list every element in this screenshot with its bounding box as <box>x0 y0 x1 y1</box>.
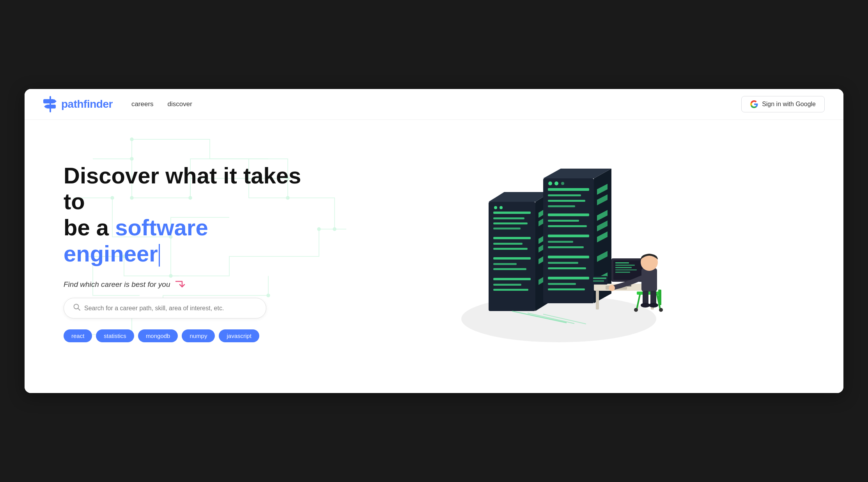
svg-rect-37 <box>493 289 528 291</box>
svg-rect-79 <box>596 290 599 309</box>
svg-rect-26 <box>493 217 524 219</box>
svg-rect-83 <box>615 262 629 263</box>
svg-point-5 <box>130 157 133 160</box>
svg-rect-103 <box>643 291 648 304</box>
svg-point-67 <box>561 182 564 185</box>
svg-rect-85 <box>615 267 632 268</box>
find-label-text: Find which career is best for you <box>64 280 170 289</box>
svg-rect-50 <box>548 194 581 196</box>
svg-point-98 <box>634 308 638 312</box>
svg-rect-56 <box>548 235 589 237</box>
svg-point-105 <box>641 303 650 308</box>
svg-rect-51 <box>548 200 585 202</box>
svg-rect-31 <box>493 248 528 250</box>
logo-icon <box>43 96 57 112</box>
svg-rect-30 <box>493 243 523 245</box>
tags-container: react statistics mongodb numpy javascrip… <box>64 329 305 342</box>
svg-rect-32 <box>493 257 531 260</box>
svg-rect-36 <box>493 284 521 286</box>
tag-statistics[interactable]: statistics <box>96 329 134 342</box>
svg-rect-58 <box>548 246 584 248</box>
find-career-label: Find which career is best for you <box>64 279 305 290</box>
svg-rect-3 <box>46 105 56 108</box>
nav-right: Sign in with Google <box>741 96 825 112</box>
svg-rect-87 <box>615 272 630 273</box>
nav-links: careers discover <box>131 100 192 108</box>
nav-link-discover[interactable]: discover <box>168 100 192 108</box>
cursor-blink <box>159 244 160 267</box>
svg-marker-4 <box>44 105 46 108</box>
svg-rect-55 <box>548 225 587 227</box>
svg-rect-104 <box>650 291 656 304</box>
svg-rect-52 <box>548 205 575 207</box>
heading-line1: Discover what it takes to <box>64 163 301 214</box>
svg-rect-33 <box>493 263 517 265</box>
svg-rect-59 <box>548 256 589 258</box>
nav-link-careers[interactable]: careers <box>131 100 154 108</box>
svg-rect-34 <box>493 268 526 270</box>
svg-rect-60 <box>548 262 578 264</box>
hero-right <box>305 155 812 350</box>
svg-point-66 <box>554 181 558 185</box>
svg-point-38 <box>494 206 497 209</box>
svg-rect-93 <box>593 280 604 282</box>
svg-point-14 <box>130 138 133 141</box>
svg-point-39 <box>500 206 503 209</box>
search-icon <box>73 304 80 313</box>
svg-rect-27 <box>493 222 528 224</box>
tag-mongodb[interactable]: mongodb <box>138 329 178 342</box>
search-box[interactable] <box>64 298 266 318</box>
svg-point-106 <box>649 303 658 308</box>
svg-line-20 <box>78 308 80 310</box>
tag-javascript[interactable]: javascript <box>219 329 259 342</box>
svg-rect-84 <box>615 265 635 266</box>
server-illustration <box>450 155 668 350</box>
svg-rect-35 <box>493 278 531 280</box>
svg-marker-2 <box>54 99 57 103</box>
heading-be-a: be a <box>64 215 115 240</box>
svg-point-99 <box>659 308 663 312</box>
google-signin-button[interactable]: Sign in with Google <box>741 96 825 112</box>
svg-rect-64 <box>548 288 585 290</box>
heading-line2: be a software engineer <box>64 215 208 266</box>
svg-rect-54 <box>548 220 579 222</box>
tag-react[interactable]: react <box>64 329 92 342</box>
svg-rect-100 <box>641 268 657 292</box>
svg-rect-86 <box>615 269 637 270</box>
arrow-down-icon <box>174 279 185 290</box>
svg-rect-53 <box>548 213 589 216</box>
browser-frame: pathfinder careers discover Sign in with… <box>25 89 843 393</box>
navbar: pathfinder careers discover Sign in with… <box>25 89 843 120</box>
svg-rect-1 <box>43 99 54 103</box>
hero-heading: Discover what it takes to be a software … <box>64 163 305 267</box>
tag-numpy[interactable]: numpy <box>182 329 215 342</box>
svg-rect-62 <box>548 277 589 279</box>
svg-rect-49 <box>548 188 589 191</box>
google-g-icon <box>750 100 758 108</box>
google-signin-label: Sign in with Google <box>762 101 816 108</box>
svg-rect-0 <box>50 96 51 112</box>
svg-rect-25 <box>493 212 531 214</box>
svg-rect-63 <box>548 283 576 285</box>
hero-left: Discover what it takes to be a software … <box>64 163 305 343</box>
svg-rect-92 <box>593 277 606 279</box>
svg-rect-57 <box>548 241 573 243</box>
svg-rect-61 <box>548 267 586 269</box>
logo-link[interactable]: pathfinder <box>43 96 113 112</box>
hero-section: Discover what it takes to be a software … <box>25 120 843 393</box>
svg-rect-28 <box>493 228 521 229</box>
svg-point-102 <box>609 285 615 291</box>
svg-point-65 <box>548 181 552 185</box>
search-input[interactable] <box>84 305 257 312</box>
logo-text: pathfinder <box>61 98 113 110</box>
svg-rect-29 <box>493 237 531 239</box>
hero-illustration <box>450 155 668 350</box>
